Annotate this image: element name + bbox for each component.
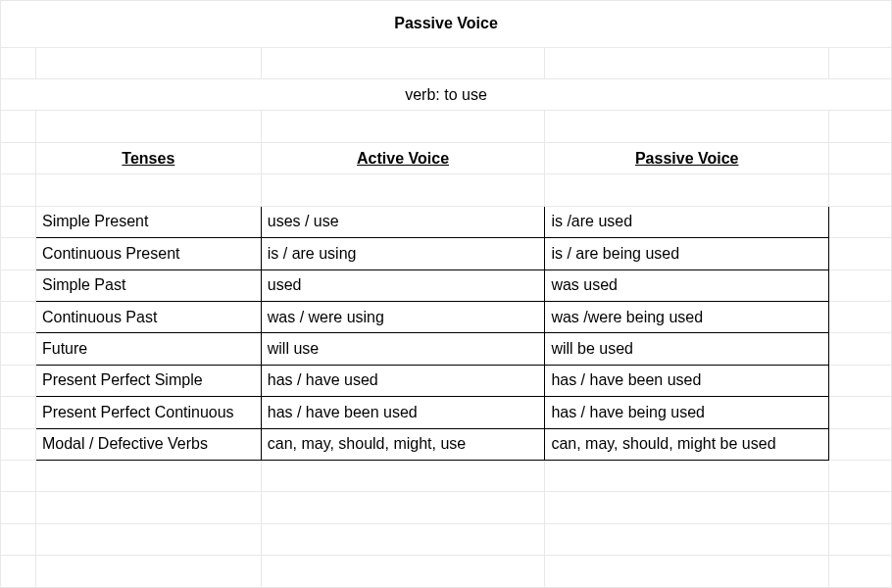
column-header-passive: Passive Voice	[545, 142, 829, 173]
tense-cell: Continuous Past	[35, 301, 261, 332]
active-cell: uses / use	[261, 206, 545, 237]
spreadsheet-table: Passive Voice verb: to use Tenses Active…	[0, 0, 892, 588]
empty-cell	[1, 397, 36, 428]
empty-cell	[545, 556, 829, 588]
empty-cell	[1, 333, 36, 365]
passive-cell: was /were being used	[545, 301, 829, 332]
tense-cell: Simple Present	[35, 206, 261, 237]
active-cell: has / have been used	[261, 397, 545, 428]
tense-cell: Continuous Present	[35, 238, 261, 270]
tense-cell: Modal / Defective Verbs	[35, 428, 261, 460]
empty-cell	[829, 47, 892, 78]
tense-cell: Future	[35, 333, 261, 365]
passive-cell: was used	[545, 270, 829, 301]
empty-cell	[1, 365, 36, 396]
empty-cell	[261, 111, 545, 142]
empty-cell	[1, 206, 36, 237]
empty-cell	[829, 270, 892, 301]
empty-cell	[35, 174, 261, 206]
tense-cell: Present Perfect Continuous	[35, 397, 261, 428]
active-cell: will use	[261, 333, 545, 365]
active-cell: has / have used	[261, 365, 545, 396]
empty-cell	[829, 428, 892, 460]
empty-cell	[829, 301, 892, 332]
empty-cell	[829, 523, 892, 555]
empty-cell	[1, 492, 36, 523]
passive-cell: is / are being used	[545, 238, 829, 270]
empty-cell	[829, 238, 892, 270]
page-title: Passive Voice	[1, 1, 892, 48]
table-row: Continuous Past was / were using was /we…	[1, 301, 892, 332]
empty-cell	[1, 238, 36, 270]
empty-cell	[1, 461, 36, 492]
table-row: Continuous Present is / are using is / a…	[1, 238, 892, 270]
empty-cell	[261, 492, 545, 523]
table-row: Simple Past used was used	[1, 270, 892, 301]
empty-cell	[261, 461, 545, 492]
column-header-tenses: Tenses	[35, 142, 261, 173]
active-cell: used	[261, 270, 545, 301]
column-header-active: Active Voice	[261, 142, 545, 173]
empty-cell	[545, 523, 829, 555]
empty-cell	[545, 492, 829, 523]
empty-cell	[1, 270, 36, 301]
empty-cell	[545, 111, 829, 142]
empty-cell	[1, 523, 36, 555]
passive-cell: will be used	[545, 333, 829, 365]
empty-cell	[829, 206, 892, 237]
tense-cell: Simple Past	[35, 270, 261, 301]
empty-cell	[545, 461, 829, 492]
tense-cell: Present Perfect Simple	[35, 365, 261, 396]
empty-cell	[829, 333, 892, 365]
active-cell: can, may, should, might, use	[261, 428, 545, 460]
empty-cell	[35, 111, 261, 142]
table-row: Modal / Defective Verbs can, may, should…	[1, 428, 892, 460]
passive-cell: is /are used	[545, 206, 829, 237]
empty-cell	[545, 174, 829, 206]
empty-cell	[1, 174, 36, 206]
verb-label: verb: to use	[1, 78, 892, 110]
empty-cell	[1, 428, 36, 460]
passive-cell: has / have being used	[545, 397, 829, 428]
active-cell: is / are using	[261, 238, 545, 270]
table-row: Simple Present uses / use is /are used	[1, 206, 892, 237]
empty-cell	[1, 47, 36, 78]
empty-cell	[35, 492, 261, 523]
empty-cell	[1, 142, 36, 173]
empty-cell	[35, 461, 261, 492]
empty-cell	[829, 397, 892, 428]
empty-cell	[829, 461, 892, 492]
passive-cell: can, may, should, might be used	[545, 428, 829, 460]
empty-cell	[35, 523, 261, 555]
empty-cell	[829, 556, 892, 588]
empty-cell	[829, 492, 892, 523]
table-row: Present Perfect Simple has / have used h…	[1, 365, 892, 396]
active-cell: was / were using	[261, 301, 545, 332]
empty-cell	[261, 523, 545, 555]
table-row: Future will use will be used	[1, 333, 892, 365]
empty-cell	[1, 111, 36, 142]
empty-cell	[545, 47, 829, 78]
empty-cell	[1, 301, 36, 332]
passive-cell: has / have been used	[545, 365, 829, 396]
empty-cell	[261, 556, 545, 588]
empty-cell	[261, 47, 545, 78]
empty-cell	[829, 174, 892, 206]
empty-cell	[829, 142, 892, 173]
empty-cell	[1, 556, 36, 588]
table-row: Present Perfect Continuous has / have be…	[1, 397, 892, 428]
empty-cell	[35, 556, 261, 588]
empty-cell	[829, 365, 892, 396]
empty-cell	[35, 47, 261, 78]
empty-cell	[829, 111, 892, 142]
empty-cell	[261, 174, 545, 206]
